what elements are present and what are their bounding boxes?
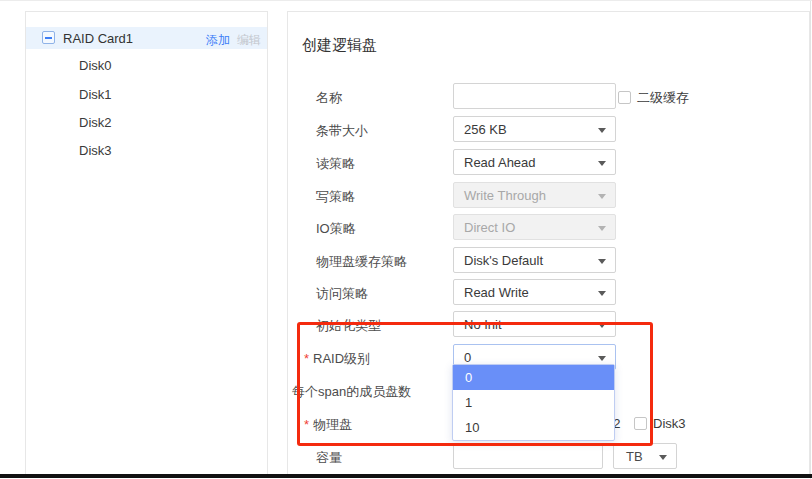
pd-cache-policy-label: 物理盘缓存策略: [304, 253, 407, 271]
name-label: 名称: [304, 89, 342, 107]
add-link[interactable]: 添加: [206, 32, 230, 49]
init-type-value: No Init: [464, 317, 502, 332]
raid-level-option-1[interactable]: 1: [453, 390, 614, 415]
raid-card-label: RAID Card1: [63, 31, 133, 46]
raid-config-window: RAID Card1 添加 编辑 Disk0 Disk1 Disk2 Disk3…: [0, 0, 812, 479]
access-policy-select[interactable]: Read Write: [453, 279, 616, 305]
chevron-down-icon: [598, 356, 606, 361]
chevron-down-icon: [598, 128, 606, 133]
name-input[interactable]: [453, 83, 616, 109]
raid-level-dropdown-list: 0 1 10: [452, 364, 615, 441]
write-policy-value: Write Through: [464, 188, 546, 203]
create-logical-disk-panel: 创建逻辑盘 名称 二级缓存 条带大小 256 KB 读策略 Read Ahead…: [287, 11, 810, 474]
pd-cache-policy-select[interactable]: Disk's Default: [453, 247, 616, 273]
bottom-divider: [0, 474, 812, 478]
window-right-border: [810, 1, 811, 479]
sidebar-item-disk1[interactable]: Disk1: [79, 87, 229, 105]
stripe-size-label: 条带大小: [304, 122, 368, 140]
disk3-option-label: Disk3: [653, 416, 686, 431]
access-policy-value: Read Write: [464, 285, 529, 300]
raid-level-label: *RAID级别: [304, 350, 370, 368]
chevron-down-icon: [598, 259, 606, 264]
pd-cache-policy-value: Disk's Default: [464, 253, 543, 268]
required-asterisk: *: [304, 351, 309, 366]
read-policy-label: 读策略: [304, 155, 355, 173]
stripe-size-select[interactable]: 256 KB: [453, 116, 616, 142]
required-asterisk: *: [304, 417, 309, 432]
write-policy-label: 写策略: [304, 188, 355, 206]
page-title: 创建逻辑盘: [302, 36, 377, 55]
chevron-down-icon: [598, 194, 606, 199]
access-policy-label: 访问策略: [304, 285, 368, 303]
chevron-down-icon: [659, 455, 667, 460]
write-policy-select: Write Through: [453, 182, 616, 208]
sidebar-item-disk0[interactable]: Disk0: [79, 58, 229, 76]
sidebar-item-disk3[interactable]: Disk3: [79, 143, 229, 161]
raid-level-option-10[interactable]: 10: [453, 415, 614, 440]
capacity-unit-select[interactable]: TB: [613, 443, 677, 469]
edit-link[interactable]: 编辑: [237, 32, 261, 49]
sidebar-item-raid-card[interactable]: RAID Card1 添加 编辑: [26, 27, 267, 49]
disk3-option[interactable]: Disk3: [634, 414, 686, 430]
span-members-label: 每个span的成员盘数: [292, 383, 411, 401]
chevron-down-icon: [598, 226, 606, 231]
sidebar-item-disk2[interactable]: Disk2: [79, 115, 229, 133]
stripe-size-value: 256 KB: [464, 122, 507, 137]
capacity-input[interactable]: [453, 443, 603, 469]
secondary-cache-checkbox[interactable]: [618, 91, 631, 104]
init-type-select[interactable]: No Init: [453, 311, 616, 337]
collapse-minus-icon[interactable]: [42, 31, 55, 44]
disk3-checkbox[interactable]: [634, 417, 647, 430]
io-policy-select: Direct IO: [453, 214, 616, 240]
chevron-down-icon: [598, 323, 606, 328]
chevron-down-icon: [598, 161, 606, 166]
secondary-cache-label: 二级缓存: [637, 90, 689, 105]
raid-tree-sidebar: RAID Card1 添加 编辑 Disk0 Disk1 Disk2 Disk3: [25, 11, 268, 474]
capacity-unit-value: TB: [626, 449, 643, 464]
chevron-down-icon: [598, 291, 606, 296]
raid-level-value: 0: [464, 350, 471, 365]
raid-level-option-0[interactable]: 0: [453, 365, 614, 390]
secondary-cache-option[interactable]: 二级缓存: [618, 88, 689, 104]
physical-disk-label: *物理盘: [304, 416, 352, 434]
io-policy-label: IO策略: [304, 220, 356, 238]
io-policy-value: Direct IO: [464, 220, 515, 235]
init-type-label: 初始化类型: [304, 317, 381, 335]
capacity-label: 容量: [304, 449, 342, 467]
read-policy-select[interactable]: Read Ahead: [453, 149, 616, 175]
read-policy-value: Read Ahead: [464, 155, 536, 170]
